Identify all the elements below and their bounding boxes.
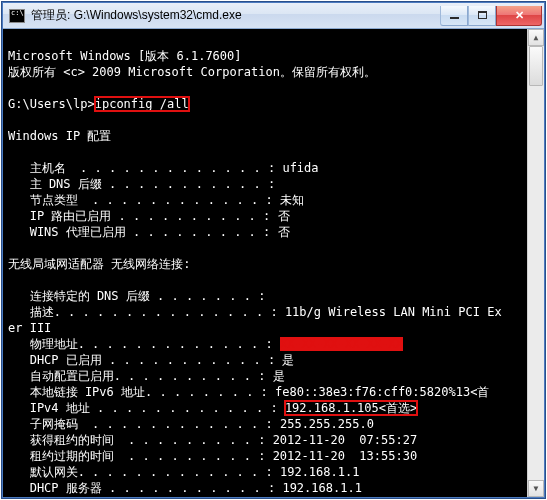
wins-proxy-value: 否 (278, 225, 290, 239)
window-controls: ✕ (440, 6, 542, 26)
description-label: 描述. . . . . . . . . . . . . . . : (8, 305, 285, 319)
scroll-down-button[interactable]: ▼ (528, 480, 544, 497)
dhcp-server-label: DHCP 服务器 . . . . . . . . . . . : (8, 481, 282, 495)
ipv4-value: 192.168.1.105<首选> (285, 401, 417, 415)
row-autoconfig: 自动配置已启用. . . . . . . . . . : 是 (8, 368, 539, 384)
row-subnet: 子网掩码 . . . . . . . . . . . . : 255.255.2… (8, 416, 539, 432)
lease-obtained-value: 2012-11-20 07:55:27 (273, 433, 418, 447)
section-ipconfig: Windows IP 配置 (8, 128, 539, 144)
chevron-up-icon: ▲ (534, 30, 539, 46)
hostname-label: 主机名 . . . . . . . . . . . . . : (8, 161, 282, 175)
ip-routing-value: 否 (278, 209, 290, 223)
ip-routing-label: IP 路由已启用 . . . . . . . . . . : (8, 209, 278, 223)
vertical-scrollbar[interactable]: ▲ ▼ (527, 29, 544, 497)
row-conn-dns: 连接特定的 DNS 后缀 . . . . . . . : (8, 288, 539, 304)
node-type-label: 节点类型 . . . . . . . . . . . . : (8, 193, 280, 207)
command-text: ipconfig /all (95, 97, 189, 111)
autoconfig-label: 自动配置已启用. . . . . . . . . . : (8, 369, 273, 383)
row-linklocal-ipv6: 本地链接 IPv6 地址. . . . . . . . : fe80::38e3… (8, 384, 539, 400)
ipv4-highlight: 192.168.1.105<首选> (285, 401, 417, 415)
row-hostname: 主机名 . . . . . . . . . . . . . : ufida (8, 160, 539, 176)
close-button[interactable]: ✕ (496, 6, 542, 26)
dhcp-enabled-label: DHCP 已启用 . . . . . . . . . . . : (8, 353, 282, 367)
scroll-up-button[interactable]: ▲ (528, 29, 544, 46)
row-wins-proxy: WINS 代理已启用 . . . . . . . . . : 否 (8, 224, 539, 240)
row-iaid: DHCPv6 IAID . . . . . . . . . . . : 2181… (8, 496, 539, 497)
command-highlight: ipconfig /all (95, 97, 189, 111)
hostname-value: ufida (282, 161, 318, 175)
prompt-line: G:\Users\lp>ipconfig /all (8, 96, 539, 112)
ipv6-value: fe80::38e3:f76:cff0:5820%13<首 (275, 385, 489, 399)
dhcp-enabled-value: 是 (282, 353, 294, 367)
row-description-wrap: er III (8, 320, 539, 336)
prompt: G:\Users\lp> (8, 97, 95, 111)
minimize-button[interactable] (440, 6, 468, 26)
row-lease-expires: 租约过期的时间 . . . . . . . . . : 2012-11-20 1… (8, 448, 539, 464)
lease-expires-label: 租约过期的时间 . . . . . . . . . : (8, 449, 273, 463)
row-lease-obtained: 获得租约的时间 . . . . . . . . . : 2012-11-20 0… (8, 432, 539, 448)
wins-proxy-label: WINS 代理已启用 . . . . . . . . . : (8, 225, 278, 239)
physical-addr-redacted: XX-XX-XX-XX-XX-XX (280, 337, 403, 351)
row-physical-addr: 物理地址. . . . . . . . . . . . . : XX-XX-XX… (8, 336, 539, 352)
row-dhcp-enabled: DHCP 已启用 . . . . . . . . . . . : 是 (8, 352, 539, 368)
gateway-value: 192.168.1.1 (280, 465, 359, 479)
row-ipv4: IPv4 地址 . . . . . . . . . . . . : 192.16… (8, 400, 539, 416)
titlebar[interactable]: 管理员: G:\Windows\system32\cmd.exe ✕ (3, 3, 544, 29)
ipv4-label: IPv4 地址 . . . . . . . . . . . . : (8, 401, 285, 415)
cmd-icon (9, 9, 25, 23)
scroll-track[interactable] (528, 46, 544, 480)
gateway-label: 默认网关. . . . . . . . . . . . . : (8, 465, 280, 479)
row-node-type: 节点类型 . . . . . . . . . . . . : 未知 (8, 192, 539, 208)
row-dns-suffix: 主 DNS 后缀 . . . . . . . . . . . : (8, 176, 539, 192)
node-type-value: 未知 (280, 193, 304, 207)
window-title: 管理员: G:\Windows\system32\cmd.exe (31, 7, 440, 24)
row-description: 描述. . . . . . . . . . . . . . . : 11b/g … (8, 304, 539, 320)
terminal-output[interactable]: Microsoft Windows [版本 6.1.7600]版权所有 <c> … (3, 29, 544, 497)
physical-addr-label: 物理地址. . . . . . . . . . . . . : (8, 337, 280, 351)
row-ip-routing: IP 路由已启用 . . . . . . . . . . : 否 (8, 208, 539, 224)
banner-line-2: 版权所有 <c> 2009 Microsoft Corporation。保留所有… (8, 64, 539, 80)
description-value: 11b/g Wireless LAN Mini PCI Ex (285, 305, 502, 319)
row-gateway: 默认网关. . . . . . . . . . . . . : 192.168.… (8, 464, 539, 480)
close-icon: ✕ (515, 9, 524, 22)
subnet-value: 255.255.255.0 (280, 417, 374, 431)
scroll-thumb[interactable] (529, 46, 543, 86)
section-wlan: 无线局域网适配器 无线网络连接: (8, 256, 539, 272)
subnet-label: 子网掩码 . . . . . . . . . . . . : (8, 417, 280, 431)
maximize-icon (478, 11, 487, 19)
lease-expires-value: 2012-11-20 13:55:30 (273, 449, 418, 463)
minimize-icon (450, 17, 459, 19)
row-dhcp-server: DHCP 服务器 . . . . . . . . . . . : 192.168… (8, 480, 539, 496)
ipv6-label: 本地链接 IPv6 地址. . . . . . . . : (8, 385, 275, 399)
maximize-button[interactable] (468, 6, 496, 26)
banner-line-1: Microsoft Windows [版本 6.1.7600] (8, 48, 539, 64)
lease-obtained-label: 获得租约的时间 . . . . . . . . . : (8, 433, 273, 447)
autoconfig-value: 是 (273, 369, 285, 383)
dhcp-server-value: 192.168.1.1 (282, 481, 361, 495)
chevron-down-icon: ▼ (534, 481, 539, 497)
cmd-window: 管理员: G:\Windows\system32\cmd.exe ✕ Micro… (2, 2, 545, 498)
